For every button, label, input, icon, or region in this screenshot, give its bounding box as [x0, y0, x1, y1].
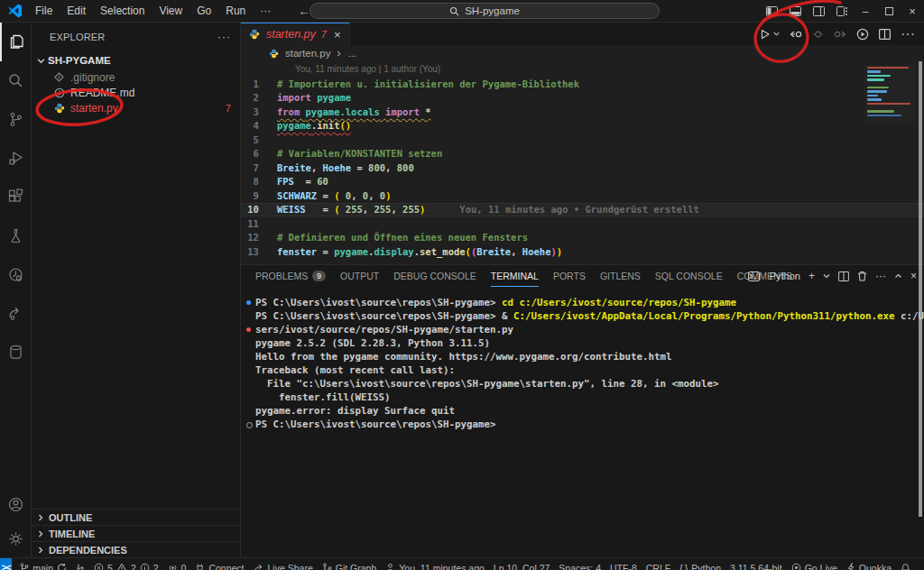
menu-item[interactable]: Go — [189, 0, 218, 23]
menu-item[interactable]: Edit — [60, 0, 93, 23]
settings-gear-icon[interactable] — [0, 521, 32, 556]
gitlens-codelens[interactable]: You, 11 minutes ago | 1 author (You) — [295, 64, 924, 76]
section-timeline[interactable]: TIMELINE — [32, 525, 240, 541]
go-live-status[interactable]: Go Live — [787, 563, 842, 570]
kill-terminal-icon[interactable] — [857, 271, 867, 281]
live-share-status[interactable]: Live Share — [249, 563, 318, 570]
explorer-icon[interactable] — [0, 23, 32, 61]
maximize-panel-icon[interactable] — [894, 272, 902, 280]
code-line[interactable]: 8FPS = 60 — [241, 175, 924, 189]
next-change-icon[interactable] — [834, 29, 846, 40]
code-line[interactable]: 6# Variablen/KONSTANTEN setzen — [241, 147, 924, 161]
minimize-button[interactable]: – — [854, 0, 877, 23]
account-icon[interactable] — [0, 487, 32, 521]
code-line[interactable]: 5 — [241, 133, 924, 147]
tab-close-icon[interactable]: × — [334, 28, 341, 41]
editor-more-actions-icon[interactable]: ··· — [901, 26, 915, 42]
panel-more-actions-icon[interactable]: ··· — [875, 270, 886, 282]
python-interpreter-status[interactable]: 3.11.5 64-bit — [725, 563, 787, 570]
file-item-.gitignore[interactable]: .gitignore — [32, 69, 240, 85]
indentation-status[interactable]: Spaces: 4 — [554, 563, 605, 570]
maximize-button[interactable] — [877, 0, 901, 23]
git-graph-status[interactable]: Git Graph — [318, 563, 382, 570]
back-arrow-icon[interactable]: ← — [298, 5, 310, 18]
plug-icon — [195, 563, 205, 570]
terminal-dropdown-icon[interactable] — [823, 272, 830, 280]
toggle-panel-icon[interactable] — [783, 0, 807, 23]
live-share-icon[interactable] — [0, 294, 32, 333]
sql-connect-status[interactable]: Connect — [190, 563, 248, 570]
code-line[interactable]: 9SCHWARZ = ( 0, 0, 0) — [241, 188, 924, 203]
panel-tab-terminal[interactable]: TERMINAL — [491, 265, 539, 287]
close-button[interactable]: × — [901, 0, 924, 23]
run-interactive-icon[interactable] — [856, 28, 869, 41]
gitlens-icon[interactable] — [0, 255, 32, 294]
split-editor-icon[interactable] — [879, 29, 891, 40]
code-line[interactable]: 7Breite, Hoehe = 800, 800 — [241, 161, 924, 175]
open-changes-icon[interactable] — [790, 29, 802, 40]
code-line[interactable]: 1# Importieren u. initialisieren der Pyg… — [241, 77, 924, 91]
quokka-status[interactable]: Quokka — [842, 563, 896, 570]
code-line[interactable]: 13fenster = pygame.display.set_mode((Bre… — [241, 244, 924, 259]
customize-layout-icon[interactable] — [830, 0, 854, 23]
section-dependencies[interactable]: DEPENDENCIES — [32, 541, 240, 557]
file-item-README.md[interactable]: README.md — [32, 85, 240, 100]
notifications-bell[interactable] — [896, 563, 915, 570]
new-terminal-icon[interactable]: + — [808, 270, 815, 282]
panel-tab-sql-console[interactable]: SQL CONSOLE — [655, 265, 723, 287]
extensions-icon[interactable] — [0, 178, 32, 216]
section-outline[interactable]: OUTLINE — [32, 509, 240, 525]
panel-tab-gitlens[interactable]: GITLENS — [600, 265, 641, 287]
ports-status[interactable]: 0 — [163, 563, 191, 570]
scrollbar[interactable] — [919, 61, 922, 517]
play-icon — [760, 29, 771, 40]
cursor-position-status[interactable]: Ln 10, Col 27 — [489, 563, 554, 570]
file-item-starten.py[interactable]: starten.py7 — [32, 100, 240, 115]
search-sidebar-icon[interactable] — [0, 61, 32, 100]
branch-status[interactable]: main — [15, 563, 71, 570]
database-icon[interactable] — [0, 333, 32, 372]
toggle-sidebar-icon[interactable] — [760, 0, 783, 23]
problems-status[interactable]: 5 2 2 — [89, 563, 163, 570]
panel-tab-debug-console[interactable]: DEBUG CONSOLE — [393, 265, 476, 287]
folder-root[interactable]: SH-PYGAME — [32, 51, 240, 69]
blame-status[interactable]: You, 11 minutes ago — [381, 563, 489, 570]
explorer-title: EXPLORER — [50, 32, 106, 42]
command-center-search[interactable]: SH-pygame — [310, 3, 660, 19]
code-line[interactable]: 4pygame.init() — [241, 119, 924, 133]
terminal-output[interactable]: PS C:\Users\ivost\source\repos\SH-pygame… — [241, 287, 924, 557]
run-python-file-button[interactable] — [760, 29, 780, 40]
toggle-secondary-sidebar-icon[interactable] — [807, 0, 830, 23]
run-debug-icon[interactable] — [0, 139, 32, 178]
language-mode-status[interactable]: { } Python — [675, 563, 725, 570]
code-line[interactable]: 10WEISS = ( 255, 255, 255)You, 11 minute… — [241, 203, 924, 217]
code-line[interactable]: 3from pygame.locals import * — [241, 105, 924, 119]
encoding-status[interactable]: UTF-8 — [605, 563, 642, 570]
code-line[interactable]: 12# Definieren und Öffnen eines neuen Fe… — [241, 231, 924, 245]
split-terminal-icon[interactable] — [838, 271, 849, 281]
source-control-icon[interactable] — [0, 100, 32, 139]
panel-tab-problems[interactable]: PROBLEMS9 — [255, 265, 326, 287]
menu-item[interactable]: Selection — [93, 0, 152, 23]
breadcrumb[interactable]: starten.py ... — [241, 45, 924, 61]
menu-item[interactable]: View — [152, 0, 189, 23]
menu-item[interactable]: Run — [218, 0, 253, 23]
menu-item[interactable]: ··· — [253, 0, 278, 23]
tab-starten-py[interactable]: starten.py 7 × — [241, 23, 350, 45]
line-number: 12 — [241, 232, 277, 243]
code-line[interactable]: 11 — [241, 216, 924, 231]
branch-compare-status[interactable] — [71, 563, 89, 570]
explorer-more-actions-icon[interactable]: ··· — [217, 31, 231, 43]
remote-indicator[interactable]: >< — [0, 558, 12, 570]
eol-status[interactable]: CRLF — [642, 563, 675, 570]
previous-change-icon[interactable] — [812, 29, 824, 40]
close-panel-icon[interactable]: × — [910, 270, 917, 282]
code-line[interactable]: 2import pygame — [241, 91, 924, 106]
run-dropdown-chevron-icon[interactable] — [773, 31, 780, 37]
panel-tab-ports[interactable]: PORTS — [553, 265, 586, 287]
panel-tab-output[interactable]: OUTPUT — [340, 265, 379, 287]
minimap[interactable] — [864, 65, 915, 124]
menu-item[interactable]: File — [28, 0, 60, 23]
testing-icon[interactable] — [0, 216, 32, 255]
code-editor[interactable]: You, 11 minutes ago | 1 author (You) 1# … — [241, 61, 924, 264]
